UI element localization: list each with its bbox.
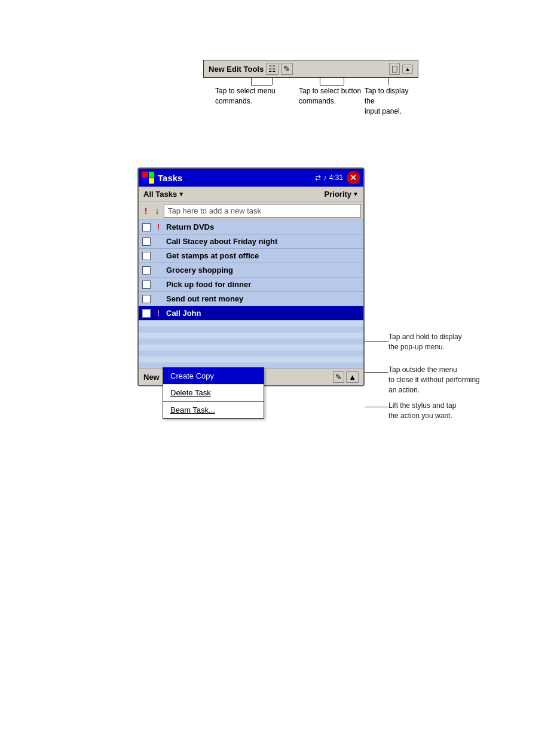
task-label: Pick up food for dinner [166,280,251,289]
windows-flag-icon [142,172,154,184]
annot-line-2 [365,372,388,373]
popup-create-copy[interactable]: Create Copy [163,368,264,385]
task-row[interactable]: ! Grocery shopping [139,263,363,278]
pda-screen: Tasks ⇄ ♪ 4:31 ✕ All Tasks ▼ Priority ▼ … [137,167,365,386]
annot-line-3 [365,407,388,407]
menu-text: New Edit Tools [209,65,264,74]
task-priority-icon: ! [154,222,163,231]
volume-icon: ♪ [323,173,327,182]
title-bar: Tasks ⇄ ♪ 4:31 ✕ [139,169,363,187]
task-priority-icon: ! [154,237,163,246]
task-label-selected: Call John [166,309,201,318]
popup-delete-task[interactable]: Delete Task [163,385,264,401]
keyboard-icon: ⎕ [389,63,400,75]
task-priority-icon: ! [154,266,163,275]
new-task-row[interactable]: ! ↓ Tap here to add a new task [139,202,363,220]
task-checkbox[interactable] [142,237,151,246]
task-priority-icon: ! [154,294,163,303]
diag-label-3: Tap to display theinput panel. [365,86,418,116]
connection-icon: ⇄ [315,173,321,182]
popup-menu: Create Copy Delete Task Beam Task... [163,367,264,419]
task-label: Send out rent money [166,294,243,303]
popup-delete-task-label: Delete Task [170,388,211,397]
task-checkbox[interactable] [142,295,151,303]
diag-label-2: Tap to select buttoncommands. [299,86,361,106]
task-list-bottom [139,321,363,368]
app-title: Tasks [158,173,311,183]
task-row-selected[interactable]: ! Call John [139,306,363,321]
task-row[interactable]: ! Call Stacey about Friday night [139,234,363,249]
task-label: Grocery shopping [166,266,233,275]
annotation-popup-menu: Tap and hold to displaythe pop-up menu. [388,332,520,352]
arrow-up-icon: ▲ [402,65,413,74]
task-checkbox[interactable] [142,266,151,275]
priority-label: Priority [325,190,352,199]
new-task-placeholder: Tap here to add a new task [168,206,261,215]
close-button[interactable]: ✕ [347,171,360,184]
popup-beam-task[interactable]: Beam Task... [163,402,264,418]
annotation-tap-outside: Tap outside the menuto close it without … [388,365,520,395]
annotation-lift-stylus: Lift the stylus and tapthe action you wa… [388,401,520,421]
task-label: Return DVDs [166,222,214,231]
popup-beam-task-label: Beam Task... [170,406,215,414]
task-checkbox[interactable] [142,252,151,260]
task-checkbox[interactable] [142,281,151,289]
annot-line-1 [365,341,388,342]
task-priority-icon: ! [154,309,163,318]
task-priority-icon: ! [154,251,163,260]
bottom-right-icons: ✎ ▲ [333,371,359,383]
task-row[interactable]: ! Send out rent money [139,292,363,306]
task-priority-icon: ! [154,280,163,289]
task-row[interactable]: ! Get stamps at post office [139,249,363,263]
new-task-input[interactable]: Tap here to add a new task [164,204,361,218]
task-label: Call Stacey about Friday night [166,237,277,246]
top-diagram: New Edit Tools ☷ ✎ ⎕ ▲ Tap to select men… [167,60,418,120]
popup-create-copy-label: Create Copy [170,371,214,380]
new-menu-item[interactable]: New [143,373,160,382]
task-checkbox[interactable] [142,223,151,231]
priority-dropdown-icon: ▼ [353,191,359,197]
task-checkbox[interactable] [142,309,151,318]
filter-bar: All Tasks ▼ Priority ▼ [139,187,363,202]
task-label: Get stamps at post office [166,251,259,260]
device-wrapper: Tasks ⇄ ♪ 4:31 ✕ All Tasks ▼ Priority ▼ … [137,167,365,386]
toolbar-mockup: New Edit Tools ☷ ✎ ⎕ ▲ [203,60,418,78]
sort-icon: ↓ [152,206,162,215]
edit-icon: ✎ [281,63,293,75]
all-tasks-label: All Tasks [143,190,177,199]
status-icons: ⇄ ♪ 4:31 [315,173,343,182]
scroll-up-icon[interactable]: ▲ [346,371,359,383]
diag-label-1: Tap to select menucommands. [215,86,276,106]
document-icon: ☷ [266,63,279,75]
task-row[interactable]: ! Return DVDs [139,220,363,234]
clock: 4:31 [329,173,343,182]
task-list: ! Return DVDs ! Call Stacey about Friday… [139,220,363,321]
priority-indicator-icon: ! [141,206,151,216]
task-row[interactable]: ! Pick up food for dinner [139,278,363,292]
all-tasks-filter[interactable]: All Tasks ▼ [143,190,184,199]
priority-filter[interactable]: Priority ▼ [325,190,359,199]
filter-dropdown-icon: ▼ [178,191,184,197]
edit-icon[interactable]: ✎ [333,371,344,383]
